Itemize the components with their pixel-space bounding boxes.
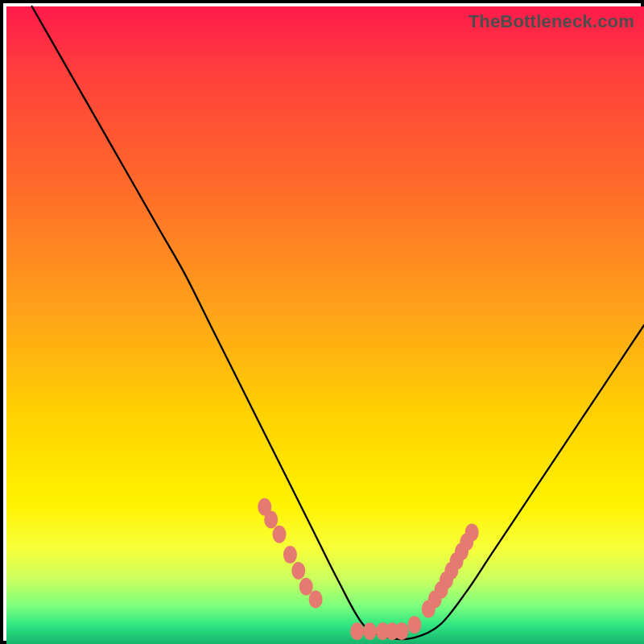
highlight-dot: [309, 591, 323, 609]
highlight-dot: [407, 616, 421, 634]
highlight-dot: [465, 523, 479, 541]
bottleneck-curve: [32, 6, 644, 639]
highlight-dot: [299, 578, 313, 596]
highlight-dot: [291, 562, 305, 580]
highlight-dot: [363, 622, 377, 640]
highlight-dot: [283, 546, 297, 564]
highlight-dot: [272, 526, 286, 543]
chart-frame: TheBottleneck.com: [0, 0, 644, 644]
highlight-dot: [350, 622, 364, 640]
plot-area: TheBottleneck.com: [6, 6, 644, 644]
curve-layer: [6, 6, 644, 644]
highlight-dot: [264, 511, 278, 529]
highlight-dot: [395, 622, 409, 640]
